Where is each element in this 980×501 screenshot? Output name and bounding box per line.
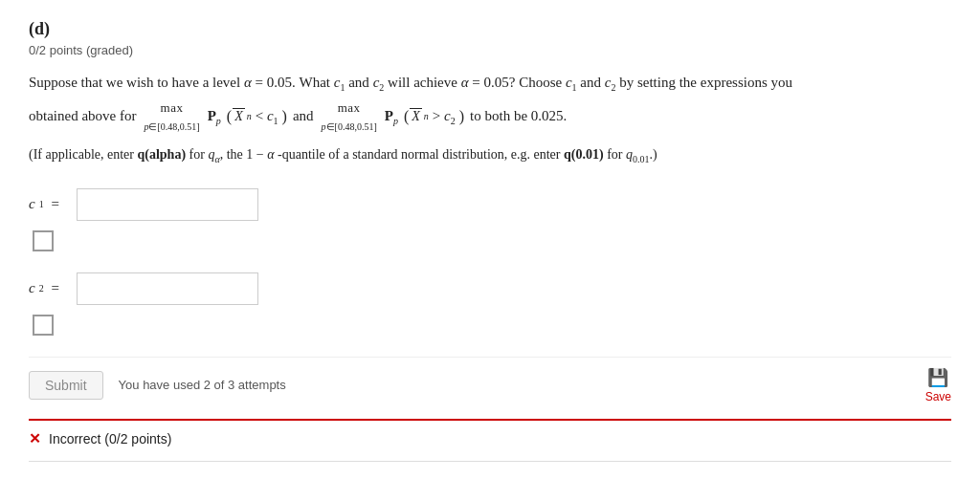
c2-label: c2 = (29, 280, 77, 296)
save-area[interactable]: 💾 Save (925, 367, 951, 403)
save-icon: 💾 (927, 367, 948, 388)
points-label: 0/2 points (graded) (29, 43, 951, 57)
result-bar: ✕ Incorrect (0/2 points) (29, 419, 951, 447)
c2-checkbox[interactable] (33, 315, 54, 336)
note-text: (If applicable, enter q(alpha) for qα, t… (29, 144, 951, 167)
problem-text: Suppose that we wish to have a level α =… (29, 71, 951, 135)
c2-checkbox-row (33, 315, 951, 339)
attempts-text: You have used 2 of 3 attempts (119, 378, 286, 392)
c1-checkbox[interactable] (33, 230, 54, 251)
and-text: and (293, 104, 314, 129)
c1-checkbox-row (33, 230, 951, 255)
incorrect-icon: ✕ (29, 430, 41, 447)
submit-button[interactable]: Submit (29, 371, 103, 400)
c1-label: c1 = (29, 196, 77, 212)
part-label: (d) (29, 19, 951, 39)
bottom-divider (29, 461, 951, 462)
result-text: ✕ Incorrect (0/2 points) (29, 430, 951, 447)
c1-input-row: c1 = (29, 188, 951, 221)
c1-input[interactable] (77, 188, 258, 221)
submit-row: Submit You have used 2 of 3 attempts 💾 S… (29, 357, 951, 403)
c2-input[interactable] (77, 272, 258, 305)
c2-input-row: c2 = (29, 272, 951, 305)
save-label: Save (925, 390, 951, 403)
result-message: Incorrect (0/2 points) (49, 431, 171, 447)
